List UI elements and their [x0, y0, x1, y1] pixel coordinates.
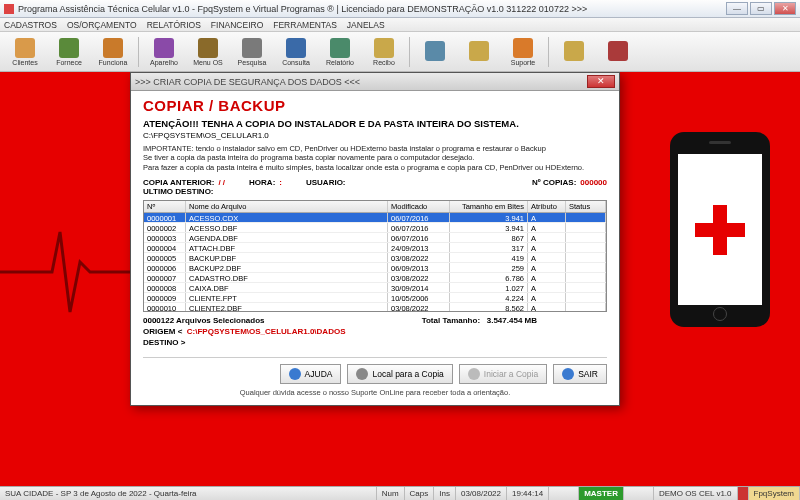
dialog-close-button[interactable]: ✕ [587, 75, 615, 88]
menu-osorcamento[interactable]: OS/ORÇAMENTO [67, 20, 137, 30]
origin-row: ORIGEM < C:\FPQSYSTEM\OS_CELULAR1.0\DADO… [143, 327, 607, 336]
toolbar-relatório[interactable]: Relatório [319, 34, 361, 70]
dialog-titlebar: >>> CRIAR COPIA DE SEGURANÇA DOS DADOS <… [131, 73, 619, 91]
table-row[interactable]: 0000001ACESSO.CDX06/07/20163.941A [144, 213, 606, 223]
status-ins: Ins [434, 487, 456, 500]
toolbar-btn12[interactable] [553, 34, 595, 70]
maximize-button[interactable]: ▭ [750, 2, 772, 15]
toolbar-label: Consulta [282, 59, 310, 66]
toolbar-icon [242, 38, 262, 58]
backup-dialog: >>> CRIAR COPIA DE SEGURANÇA DOS DADOS <… [130, 72, 620, 406]
toolbar-btn13[interactable] [597, 34, 639, 70]
toolbar-label: Aparelho [150, 59, 178, 66]
menubar: CADASTROS OS/ORÇAMENTO RELATÓRIOS FINANC… [0, 18, 800, 32]
local-button[interactable]: Local para a Copia [347, 364, 452, 384]
meta-row: COPIA ANTERIOR: / / HORA: : USUARIO: Nº … [143, 178, 607, 187]
toolbar-consulta[interactable]: Consulta [275, 34, 317, 70]
table-row[interactable]: 0000005BACKUP.DBF03/08/2022419A [144, 253, 606, 263]
iniciar-button: Iniciar a Copia [459, 364, 547, 384]
status-prog2 [624, 487, 654, 500]
window-titlebar: Programa Assistência Técnica Celular v1.… [0, 0, 800, 18]
table-row[interactable]: 0000009CLIENTE.FPT10/05/20064.224A [144, 293, 606, 303]
menu-financeiro[interactable]: FINANCEIRO [211, 20, 263, 30]
dialog-heading: COPIAR / BACKUP [143, 97, 607, 114]
status-red-indicator [738, 487, 749, 500]
ajuda-button[interactable]: AJUDA [280, 364, 342, 384]
toolbar-icon [154, 38, 174, 58]
status-master: MASTER [579, 487, 624, 500]
info-text: IMPORTANTE: tendo o instalador salvo em … [143, 144, 607, 172]
ultimo-destino-label: ULTIMO DESTINO: [143, 187, 607, 196]
status-num: Num [377, 487, 405, 500]
toolbar-icon [330, 38, 350, 58]
toolbar-label: Relatório [326, 59, 354, 66]
window-title: Programa Assistência Técnica Celular v1.… [18, 4, 587, 14]
toolbar-icon [374, 38, 394, 58]
toolbar-icon [469, 41, 489, 61]
check-icon [468, 368, 480, 380]
toolbar-icon [286, 38, 306, 58]
menu-relatorios[interactable]: RELATÓRIOS [147, 20, 201, 30]
toolbar-icon [15, 38, 35, 58]
toolbar-fornece[interactable]: Fornece [48, 34, 90, 70]
toolbar-label: Suporte [511, 59, 536, 66]
phone-graphic [670, 132, 770, 327]
workspace: >>> CRIAR COPIA DE SEGURANÇA DOS DADOS <… [0, 72, 800, 486]
toolbar-btn9[interactable] [414, 34, 456, 70]
toolbar-clientes[interactable]: Clientes [4, 34, 46, 70]
toolbar-label: Fornece [56, 59, 82, 66]
toolbar: ClientesForneceFuncionaAparelhoMenu OSPe… [0, 32, 800, 72]
search-icon [356, 368, 368, 380]
toolbar-icon [425, 41, 445, 61]
dialog-button-row: AJUDA Local para a Copia Iniciar a Copia… [143, 357, 607, 384]
toolbar-icon [198, 38, 218, 58]
menu-ferramentas[interactable]: FERRAMENTAS [273, 20, 337, 30]
table-header: Nº Nome do Arquivo Modificado Tamanho em… [144, 201, 606, 213]
help-icon [289, 368, 301, 380]
app-icon [4, 4, 14, 14]
exit-icon [562, 368, 574, 380]
toolbar-aparelho[interactable]: Aparelho [143, 34, 185, 70]
toolbar-label: Clientes [12, 59, 37, 66]
table-row[interactable]: 0000002ACESSO.DBF06/07/20163.941A [144, 223, 606, 233]
toolbar-label: Menu OS [193, 59, 223, 66]
status-date: 03/08/2022 [456, 487, 507, 500]
install-path: C:\FPQSYSTEM\OS_CELULAR1.0 [143, 131, 607, 140]
status-caps: Caps [405, 487, 435, 500]
toolbar-btn10[interactable] [458, 34, 500, 70]
table-row[interactable]: 0000004ATTACH.DBF24/09/2013317A [144, 243, 606, 253]
dialog-footnote: Qualquer dúvida acesse o nosso Suporte O… [143, 388, 607, 397]
minimize-button[interactable]: — [726, 2, 748, 15]
menu-cadastros[interactable]: CADASTROS [4, 20, 57, 30]
table-row[interactable]: 0000007CADASTRO.DBF03/08/20226.786A [144, 273, 606, 283]
summary-row: 0000122 Arquivos Selecionados Total Tama… [143, 316, 607, 325]
table-row[interactable]: 0000006BACKUP2.DBF06/09/2013259A [144, 263, 606, 273]
sair-button[interactable]: SAIR [553, 364, 607, 384]
table-row[interactable]: 0000010CLIENTE2.DBF03/08/20228.562A [144, 303, 606, 312]
destino-row: DESTINO > [143, 338, 607, 347]
status-brand: FpqSystem [749, 487, 800, 500]
toolbar-pesquisa[interactable]: Pesquisa [231, 34, 273, 70]
toolbar-suporte[interactable]: Suporte [502, 34, 544, 70]
status-left: SUA CIDADE - SP 3 de Agosto de 2022 - Qu… [0, 487, 377, 500]
status-prog1 [549, 487, 579, 500]
toolbar-recibo[interactable]: Recibo [363, 34, 405, 70]
toolbar-icon [513, 38, 533, 58]
toolbar-menu os[interactable]: Menu OS [187, 34, 229, 70]
toolbar-icon [59, 38, 79, 58]
toolbar-icon [608, 41, 628, 61]
statusbar: SUA CIDADE - SP 3 de Agosto de 2022 - Qu… [0, 486, 800, 500]
toolbar-icon [564, 41, 584, 61]
file-table[interactable]: Nº Nome do Arquivo Modificado Tamanho em… [143, 200, 607, 312]
status-demo: DEMO OS CEL v1.0 [654, 487, 738, 500]
toolbar-label: Funciona [99, 59, 128, 66]
toolbar-label: Recibo [373, 59, 395, 66]
close-button[interactable]: ✕ [774, 2, 796, 15]
table-row[interactable]: 0000008CAIXA.DBF30/09/20141.027A [144, 283, 606, 293]
status-time: 19:44:14 [507, 487, 549, 500]
toolbar-label: Pesquisa [238, 59, 267, 66]
menu-janelas[interactable]: JANELAS [347, 20, 385, 30]
toolbar-funciona[interactable]: Funciona [92, 34, 134, 70]
table-row[interactable]: 0000003AGENDA.DBF06/07/2016867A [144, 233, 606, 243]
dialog-warning: ATENÇÃO!!! TENHA A COPIA DO INSTALADOR E… [143, 118, 607, 129]
